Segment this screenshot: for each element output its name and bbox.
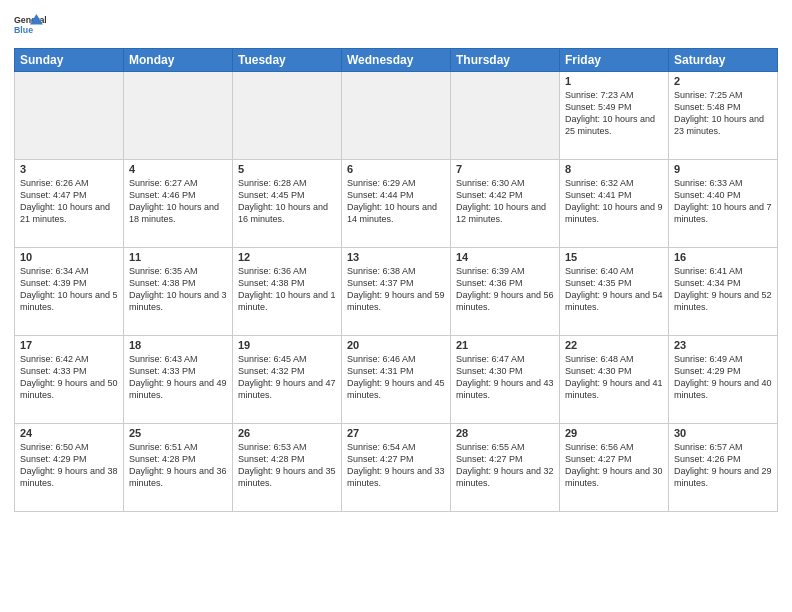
day-cell: 27Sunrise: 6:54 AM Sunset: 4:27 PM Dayli… xyxy=(342,424,451,512)
day-info: Sunrise: 6:42 AM Sunset: 4:33 PM Dayligh… xyxy=(20,353,118,402)
svg-text:Blue: Blue xyxy=(14,25,33,35)
col-header-thursday: Thursday xyxy=(451,49,560,72)
day-info: Sunrise: 6:28 AM Sunset: 4:45 PM Dayligh… xyxy=(238,177,336,226)
day-cell: 21Sunrise: 6:47 AM Sunset: 4:30 PM Dayli… xyxy=(451,336,560,424)
day-info: Sunrise: 6:29 AM Sunset: 4:44 PM Dayligh… xyxy=(347,177,445,226)
day-cell: 9Sunrise: 6:33 AM Sunset: 4:40 PM Daylig… xyxy=(669,160,778,248)
day-cell: 12Sunrise: 6:36 AM Sunset: 4:38 PM Dayli… xyxy=(233,248,342,336)
day-number: 4 xyxy=(129,163,227,175)
day-info: Sunrise: 6:55 AM Sunset: 4:27 PM Dayligh… xyxy=(456,441,554,490)
header: GeneralBlue xyxy=(14,10,778,42)
logo: GeneralBlue xyxy=(14,10,46,42)
day-cell: 17Sunrise: 6:42 AM Sunset: 4:33 PM Dayli… xyxy=(15,336,124,424)
day-info: Sunrise: 6:30 AM Sunset: 4:42 PM Dayligh… xyxy=(456,177,554,226)
page: GeneralBlue SundayMondayTuesdayWednesday… xyxy=(0,0,792,612)
day-cell: 25Sunrise: 6:51 AM Sunset: 4:28 PM Dayli… xyxy=(124,424,233,512)
day-number: 5 xyxy=(238,163,336,175)
day-info: Sunrise: 6:45 AM Sunset: 4:32 PM Dayligh… xyxy=(238,353,336,402)
week-row-1: 1Sunrise: 7:23 AM Sunset: 5:49 PM Daylig… xyxy=(15,72,778,160)
day-number: 28 xyxy=(456,427,554,439)
day-cell xyxy=(15,72,124,160)
day-cell xyxy=(451,72,560,160)
col-header-sunday: Sunday xyxy=(15,49,124,72)
week-row-5: 24Sunrise: 6:50 AM Sunset: 4:29 PM Dayli… xyxy=(15,424,778,512)
day-info: Sunrise: 6:34 AM Sunset: 4:39 PM Dayligh… xyxy=(20,265,118,314)
day-number: 10 xyxy=(20,251,118,263)
day-cell: 5Sunrise: 6:28 AM Sunset: 4:45 PM Daylig… xyxy=(233,160,342,248)
day-number: 7 xyxy=(456,163,554,175)
day-cell: 4Sunrise: 6:27 AM Sunset: 4:46 PM Daylig… xyxy=(124,160,233,248)
col-header-saturday: Saturday xyxy=(669,49,778,72)
day-info: Sunrise: 6:57 AM Sunset: 4:26 PM Dayligh… xyxy=(674,441,772,490)
day-number: 23 xyxy=(674,339,772,351)
day-cell: 22Sunrise: 6:48 AM Sunset: 4:30 PM Dayli… xyxy=(560,336,669,424)
day-info: Sunrise: 6:47 AM Sunset: 4:30 PM Dayligh… xyxy=(456,353,554,402)
day-number: 1 xyxy=(565,75,663,87)
day-cell: 24Sunrise: 6:50 AM Sunset: 4:29 PM Dayli… xyxy=(15,424,124,512)
day-info: Sunrise: 6:54 AM Sunset: 4:27 PM Dayligh… xyxy=(347,441,445,490)
day-cell: 2Sunrise: 7:25 AM Sunset: 5:48 PM Daylig… xyxy=(669,72,778,160)
day-cell: 28Sunrise: 6:55 AM Sunset: 4:27 PM Dayli… xyxy=(451,424,560,512)
day-cell xyxy=(124,72,233,160)
day-info: Sunrise: 6:49 AM Sunset: 4:29 PM Dayligh… xyxy=(674,353,772,402)
day-number: 6 xyxy=(347,163,445,175)
day-info: Sunrise: 6:26 AM Sunset: 4:47 PM Dayligh… xyxy=(20,177,118,226)
day-number: 19 xyxy=(238,339,336,351)
day-number: 11 xyxy=(129,251,227,263)
day-info: Sunrise: 6:33 AM Sunset: 4:40 PM Dayligh… xyxy=(674,177,772,226)
day-number: 16 xyxy=(674,251,772,263)
col-header-tuesday: Tuesday xyxy=(233,49,342,72)
week-row-2: 3Sunrise: 6:26 AM Sunset: 4:47 PM Daylig… xyxy=(15,160,778,248)
day-number: 27 xyxy=(347,427,445,439)
day-number: 18 xyxy=(129,339,227,351)
day-info: Sunrise: 7:23 AM Sunset: 5:49 PM Dayligh… xyxy=(565,89,663,138)
day-info: Sunrise: 6:35 AM Sunset: 4:38 PM Dayligh… xyxy=(129,265,227,314)
day-info: Sunrise: 6:53 AM Sunset: 4:28 PM Dayligh… xyxy=(238,441,336,490)
day-number: 3 xyxy=(20,163,118,175)
day-number: 12 xyxy=(238,251,336,263)
day-info: Sunrise: 6:32 AM Sunset: 4:41 PM Dayligh… xyxy=(565,177,663,226)
week-row-4: 17Sunrise: 6:42 AM Sunset: 4:33 PM Dayli… xyxy=(15,336,778,424)
logo-icon: GeneralBlue xyxy=(14,10,46,42)
day-cell: 19Sunrise: 6:45 AM Sunset: 4:32 PM Dayli… xyxy=(233,336,342,424)
day-cell: 13Sunrise: 6:38 AM Sunset: 4:37 PM Dayli… xyxy=(342,248,451,336)
day-number: 8 xyxy=(565,163,663,175)
day-cell: 29Sunrise: 6:56 AM Sunset: 4:27 PM Dayli… xyxy=(560,424,669,512)
day-number: 15 xyxy=(565,251,663,263)
day-info: Sunrise: 7:25 AM Sunset: 5:48 PM Dayligh… xyxy=(674,89,772,138)
day-number: 24 xyxy=(20,427,118,439)
col-header-wednesday: Wednesday xyxy=(342,49,451,72)
day-cell: 20Sunrise: 6:46 AM Sunset: 4:31 PM Dayli… xyxy=(342,336,451,424)
day-cell: 16Sunrise: 6:41 AM Sunset: 4:34 PM Dayli… xyxy=(669,248,778,336)
day-cell: 14Sunrise: 6:39 AM Sunset: 4:36 PM Dayli… xyxy=(451,248,560,336)
day-info: Sunrise: 6:48 AM Sunset: 4:30 PM Dayligh… xyxy=(565,353,663,402)
day-number: 29 xyxy=(565,427,663,439)
day-number: 20 xyxy=(347,339,445,351)
day-info: Sunrise: 6:36 AM Sunset: 4:38 PM Dayligh… xyxy=(238,265,336,314)
day-cell: 11Sunrise: 6:35 AM Sunset: 4:38 PM Dayli… xyxy=(124,248,233,336)
day-info: Sunrise: 6:39 AM Sunset: 4:36 PM Dayligh… xyxy=(456,265,554,314)
day-info: Sunrise: 6:40 AM Sunset: 4:35 PM Dayligh… xyxy=(565,265,663,314)
day-cell: 15Sunrise: 6:40 AM Sunset: 4:35 PM Dayli… xyxy=(560,248,669,336)
day-info: Sunrise: 6:46 AM Sunset: 4:31 PM Dayligh… xyxy=(347,353,445,402)
day-cell: 3Sunrise: 6:26 AM Sunset: 4:47 PM Daylig… xyxy=(15,160,124,248)
day-number: 30 xyxy=(674,427,772,439)
day-number: 13 xyxy=(347,251,445,263)
day-number: 21 xyxy=(456,339,554,351)
day-number: 25 xyxy=(129,427,227,439)
day-cell: 30Sunrise: 6:57 AM Sunset: 4:26 PM Dayli… xyxy=(669,424,778,512)
day-info: Sunrise: 6:27 AM Sunset: 4:46 PM Dayligh… xyxy=(129,177,227,226)
day-cell xyxy=(342,72,451,160)
week-row-3: 10Sunrise: 6:34 AM Sunset: 4:39 PM Dayli… xyxy=(15,248,778,336)
day-cell: 23Sunrise: 6:49 AM Sunset: 4:29 PM Dayli… xyxy=(669,336,778,424)
day-cell: 6Sunrise: 6:29 AM Sunset: 4:44 PM Daylig… xyxy=(342,160,451,248)
day-cell: 8Sunrise: 6:32 AM Sunset: 4:41 PM Daylig… xyxy=(560,160,669,248)
day-number: 22 xyxy=(565,339,663,351)
day-cell: 7Sunrise: 6:30 AM Sunset: 4:42 PM Daylig… xyxy=(451,160,560,248)
day-info: Sunrise: 6:43 AM Sunset: 4:33 PM Dayligh… xyxy=(129,353,227,402)
day-number: 14 xyxy=(456,251,554,263)
day-cell: 26Sunrise: 6:53 AM Sunset: 4:28 PM Dayli… xyxy=(233,424,342,512)
day-info: Sunrise: 6:51 AM Sunset: 4:28 PM Dayligh… xyxy=(129,441,227,490)
day-info: Sunrise: 6:50 AM Sunset: 4:29 PM Dayligh… xyxy=(20,441,118,490)
day-cell: 1Sunrise: 7:23 AM Sunset: 5:49 PM Daylig… xyxy=(560,72,669,160)
